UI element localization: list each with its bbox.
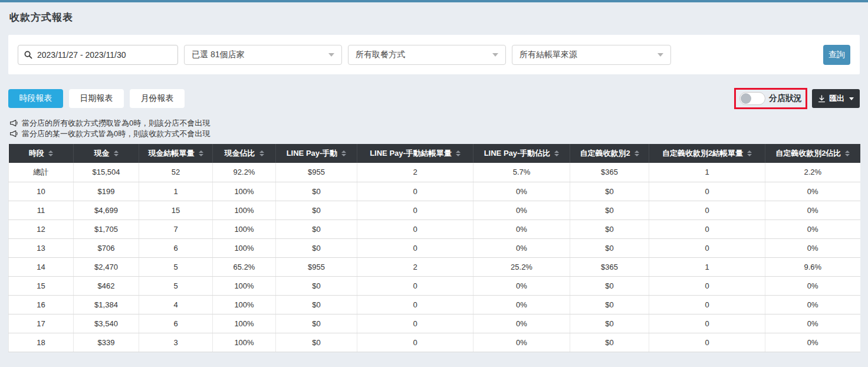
table-cell: $0 xyxy=(570,314,649,333)
column-header[interactable]: 自定義收款別2佔比 xyxy=(765,144,860,163)
table-cell: 2.2% xyxy=(765,163,860,182)
chevron-down-icon xyxy=(328,53,334,57)
table-cell: 0% xyxy=(474,276,570,295)
tabs-row: 時段報表 日期報表 月份報表 分店狀況 匯出 xyxy=(8,88,860,109)
table-cell: 15 xyxy=(139,201,213,219)
stores-dropdown[interactable]: 已選 81個店家 xyxy=(184,45,342,65)
table-cell: 1 xyxy=(649,257,765,276)
table-cell: $706 xyxy=(74,238,139,257)
table-cell: 0 xyxy=(649,276,765,295)
column-header[interactable]: LINE Pay-手動佔比 xyxy=(474,144,570,163)
column-header-label: 自定義收款別2 xyxy=(580,148,630,159)
table-cell: $0 xyxy=(276,276,357,295)
table-cell: 0 xyxy=(357,219,474,238)
table-cell: 0% xyxy=(765,219,860,238)
sort-icon[interactable] xyxy=(48,150,53,156)
branch-status-toggle-label: 分店狀況 xyxy=(769,93,802,104)
table-cell: 65.2% xyxy=(213,257,276,276)
sort-icon[interactable] xyxy=(634,150,639,156)
table-cell: 0% xyxy=(474,219,570,238)
column-header[interactable]: 自定義收款別2結帳單量 xyxy=(649,144,765,163)
table-cell: 0% xyxy=(765,333,860,352)
table-row: 總計$15,5045292.2%$95525.7%$36512.2% xyxy=(9,163,860,182)
table-cell: 0% xyxy=(765,295,860,314)
table-cell: 12 xyxy=(9,219,74,238)
table-cell: 1 xyxy=(649,163,765,182)
table-cell: 0% xyxy=(474,201,570,219)
table-cell: $0 xyxy=(276,219,357,238)
column-header-label: LINE Pay-手動結帳單量 xyxy=(370,148,452,159)
table-cell: $0 xyxy=(276,238,357,257)
table-cell: 0% xyxy=(474,295,570,314)
caret-down-icon xyxy=(849,97,854,100)
table-row: 15$4625100%$000%$000% xyxy=(9,276,860,295)
table-cell: 0% xyxy=(765,201,860,219)
table-cell: $462 xyxy=(74,276,139,295)
tab-month-report[interactable]: 月份報表 xyxy=(130,89,185,108)
column-header-label: 時段 xyxy=(29,148,44,159)
table-header-row: 時段現金現金結帳單量現金佔比LINE Pay-手動LINE Pay-手動結帳單量… xyxy=(9,144,860,163)
bill-source-dropdown[interactable]: 所有結帳單來源 xyxy=(512,45,671,65)
column-header-label: 自定義收款別2結帳單量 xyxy=(662,148,743,159)
table-cell: 0% xyxy=(765,238,860,257)
table-cell: 0 xyxy=(357,201,474,219)
table-row: 10$1991100%$000%$000% xyxy=(9,182,860,201)
query-button[interactable]: 查詢 xyxy=(823,45,850,65)
note-text: 當分店的所有收款方式撈取皆為0時，則該分店不會出現 xyxy=(22,118,210,129)
note-line: 當分店的某一收款方式皆為0時，則該收款方式不會出現 xyxy=(9,129,868,139)
tab-date-report[interactable]: 日期報表 xyxy=(69,89,124,108)
table-cell: 0% xyxy=(474,314,570,333)
table-cell: 10 xyxy=(9,182,74,201)
column-header[interactable]: 時段 xyxy=(9,144,74,163)
table-cell: $0 xyxy=(276,333,357,352)
sort-icon[interactable] xyxy=(114,150,119,156)
pickup-method-dropdown[interactable]: 所有取餐方式 xyxy=(348,45,506,65)
table-cell: 0 xyxy=(649,295,765,314)
table-cell: 0 xyxy=(649,182,765,201)
table-cell: $1,384 xyxy=(74,295,139,314)
sort-icon[interactable] xyxy=(341,150,346,156)
column-header-label: 自定義收款別2佔比 xyxy=(775,148,841,159)
column-header[interactable]: 現金佔比 xyxy=(213,144,276,163)
highlight-box: 分店狀況 xyxy=(734,88,807,109)
export-button[interactable]: 匯出 xyxy=(812,89,860,108)
notes: 當分店的所有收款方式撈取皆為0時，則該分店不會出現 當分店的某一收款方式皆為0時… xyxy=(9,118,868,139)
sort-icon[interactable] xyxy=(199,150,203,156)
table-cell: 0 xyxy=(357,314,474,333)
table-cell: $0 xyxy=(570,238,649,257)
table-cell: 100% xyxy=(213,276,276,295)
sort-icon[interactable] xyxy=(747,150,752,156)
table-cell: $0 xyxy=(570,182,649,201)
column-header[interactable]: LINE Pay-手動結帳單量 xyxy=(357,144,474,163)
table-cell: 0% xyxy=(765,314,860,333)
column-header[interactable]: 自定義收款別2 xyxy=(570,144,649,163)
table-cell: 0 xyxy=(649,238,765,257)
table-cell: $4,699 xyxy=(74,201,139,219)
table-cell: 總計 xyxy=(9,163,74,182)
sort-icon[interactable] xyxy=(554,150,559,156)
column-header[interactable]: 現金 xyxy=(74,144,139,163)
table-cell: 7 xyxy=(139,219,213,238)
sort-icon[interactable] xyxy=(456,150,461,156)
download-icon xyxy=(818,95,826,103)
table-row: 18$3393100%$000%$000% xyxy=(9,333,860,352)
top-accent-strip xyxy=(0,0,868,2)
tab-time-period-report[interactable]: 時段報表 xyxy=(8,89,63,108)
branch-status-toggle[interactable] xyxy=(739,92,765,105)
bill-source-value: 所有結帳單來源 xyxy=(520,50,577,60)
table-row: 16$1,3844100%$000%$000% xyxy=(9,295,860,314)
table-cell: 5 xyxy=(139,257,213,276)
table-cell: 100% xyxy=(213,314,276,333)
table-cell: 0% xyxy=(765,276,860,295)
column-header[interactable]: LINE Pay-手動 xyxy=(276,144,357,163)
sort-icon[interactable] xyxy=(845,150,850,156)
table-cell: 6 xyxy=(139,238,213,257)
table-cell: 52 xyxy=(139,163,213,182)
column-header[interactable]: 現金結帳單量 xyxy=(139,144,213,163)
table-cell: $0 xyxy=(570,201,649,219)
table-cell: 5 xyxy=(139,276,213,295)
table-cell: 100% xyxy=(213,182,276,201)
date-range-input[interactable]: 2023/11/27 - 2023/11/30 xyxy=(18,45,178,65)
table-cell: 2 xyxy=(357,257,474,276)
sort-icon[interactable] xyxy=(259,150,264,156)
